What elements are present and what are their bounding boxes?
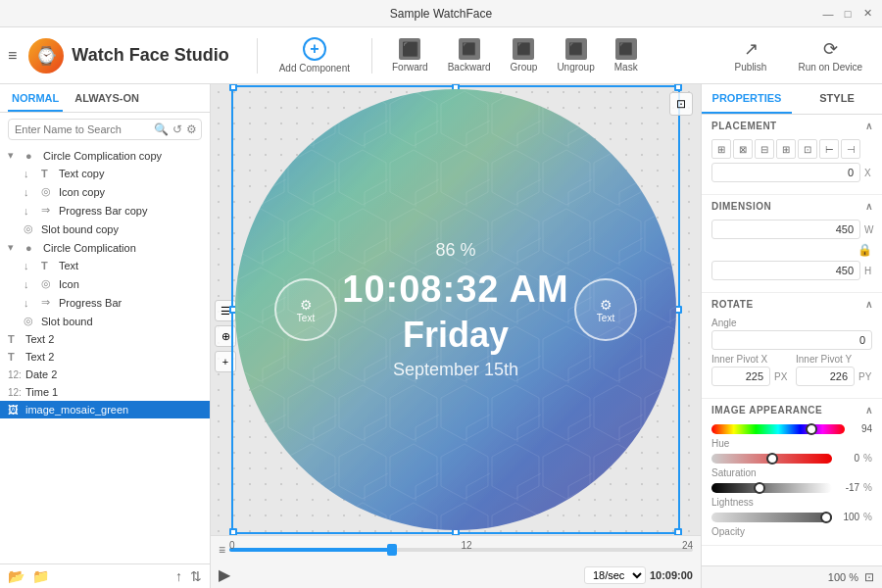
hue-slider-wrap — [711, 424, 845, 434]
hamburger-menu[interactable]: ≡ — [8, 47, 17, 65]
layer-text[interactable]: ↓ T Text — [0, 257, 210, 274]
properties-tabs: PROPERTIES STYLE — [702, 84, 882, 115]
layer-progress-bar[interactable]: ↓ ⇒ Progress Bar — [0, 293, 210, 312]
align-right-icon[interactable]: ⊟ — [755, 139, 774, 159]
layer-slot-copy[interactable]: ◎ Slot bound copy — [0, 220, 210, 238]
placement-x-input[interactable] — [711, 163, 860, 182]
group-label: Group — [511, 62, 538, 73]
hue-thumb[interactable] — [806, 423, 817, 435]
folder-open-button[interactable]: 📂 — [8, 568, 24, 584]
layer-icon[interactable]: ↓ ◎ Icon — [0, 274, 210, 293]
dimension-w-input[interactable] — [711, 220, 860, 239]
align-center-h-icon[interactable]: ⊠ — [733, 139, 753, 159]
layer-label: Icon — [59, 278, 79, 290]
publish-button[interactable]: ↗ Publish — [723, 34, 779, 76]
layer-circle-comp-copy[interactable]: ▾ ● Circle Complication copy — [0, 146, 210, 165]
canvas-scroll-area[interactable]: 86 % 10:08:32 AM Friday September 15th ⚙… — [211, 84, 701, 535]
layer-icon-copy[interactable]: ↓ ◎ Icon copy — [0, 182, 210, 201]
settings-icon[interactable]: ⚙ — [186, 122, 197, 136]
watch-date: September 15th — [393, 360, 518, 380]
timeline-thumb[interactable] — [387, 544, 397, 556]
maximize-button[interactable]: □ — [841, 7, 855, 21]
circle-type-icon: ◎ — [41, 277, 55, 290]
layer-circle-comp[interactable]: ▾ ● Circle Complication — [0, 238, 210, 257]
tab-always-on[interactable]: ALWAYS-ON — [71, 88, 143, 112]
canvas-right-tools: ⊡ — [669, 92, 693, 116]
layer-progress-copy[interactable]: ↓ ⇒ Progress Bar copy — [0, 201, 210, 220]
saturation-track[interactable] — [711, 454, 832, 464]
folder-closed-button[interactable]: 📁 — [32, 568, 49, 584]
dimension-chevron[interactable]: ∧ — [865, 201, 873, 212]
dimension-h-input[interactable] — [711, 261, 860, 280]
search-input[interactable] — [15, 123, 150, 135]
watch-container: 86 % 10:08:32 AM Friday September 15th ⚙… — [235, 89, 676, 530]
angle-input[interactable] — [711, 330, 872, 350]
minimize-button[interactable]: — — [821, 7, 835, 21]
layer-time1[interactable]: 12: Time 1 — [0, 383, 210, 401]
app-logo: ⌚ Watch Face Studio — [28, 38, 228, 74]
lock-icon[interactable]: 🔒 — [858, 243, 872, 257]
search-icon[interactable]: 🔍 — [154, 122, 169, 136]
upload-button[interactable]: ↑ — [175, 568, 182, 584]
rotate-chevron[interactable]: ∧ — [865, 299, 873, 310]
ungroup-button[interactable]: ⬛ Ungroup — [549, 34, 602, 76]
layer-label: Text — [59, 260, 78, 271]
align-left-icon[interactable]: ⊞ — [711, 139, 731, 159]
group-button[interactable]: ⬛ Group — [503, 34, 546, 76]
forward-button[interactable]: ⬛ Forward — [384, 34, 436, 76]
comp-left-icon: ⚙ — [300, 297, 313, 313]
tab-properties[interactable]: PROPERTIES — [702, 84, 792, 114]
sat-thumb[interactable] — [766, 453, 778, 465]
text-type-icon: T — [8, 333, 22, 345]
zoom-expand-icon[interactable]: ⊡ — [864, 570, 874, 584]
alignment-icons: ⊞ ⊠ ⊟ ⊞ ⊡ ⊢ ⊣ — [711, 139, 872, 159]
tab-style[interactable]: STYLE — [792, 84, 882, 114]
placement-chevron[interactable]: ∧ — [865, 121, 873, 131]
layer-text-copy[interactable]: ↓ T Text copy — [0, 165, 210, 182]
filter-button[interactable]: ⇅ — [190, 568, 202, 584]
pivot-x-group: Inner Pivot X PX — [711, 354, 788, 390]
pivot-y-input[interactable] — [796, 367, 855, 386]
lightness-track[interactable] — [711, 483, 832, 493]
layer-text2a[interactable]: T Text 2 — [0, 330, 210, 348]
play-button[interactable]: ▶ — [219, 565, 230, 584]
fps-select[interactable]: 18/sec — [584, 566, 646, 584]
add-component-button[interactable]: + Add Component — [270, 33, 360, 77]
timeline-expand-icon[interactable]: ≡ — [219, 543, 225, 557]
layer-image-mosaic[interactable]: 🖼 image_mosaic_green — [0, 401, 210, 418]
run-on-device-button[interactable]: ⟳ Run on Device — [786, 34, 874, 76]
tick-24: 24 — [682, 540, 693, 551]
watch-face: 86 % 10:08:32 AM Friday September 15th ⚙… — [235, 89, 676, 530]
layer-slot-bound[interactable]: ◎ Slot bound — [0, 312, 210, 330]
dimension-h-row: H — [711, 261, 872, 280]
hue-track[interactable] — [711, 424, 845, 434]
refresh-icon[interactable]: ↺ — [172, 122, 182, 136]
tab-normal[interactable]: NORMAL — [8, 88, 63, 112]
backward-icon: ⬛ — [459, 38, 480, 60]
distribute-icon[interactable]: ⊣ — [841, 139, 860, 159]
logo-text: Watch Face Studio — [72, 45, 228, 66]
mask-button[interactable]: ⬛ Mask — [607, 34, 646, 76]
hue-label: Hue — [711, 438, 872, 449]
comp-slot-right[interactable]: ⚙ Text — [574, 278, 637, 341]
right-panel: PROPERTIES STYLE PLACEMENT ∧ ⊞ ⊠ ⊟ ⊞ ⊡ ⊢… — [701, 84, 882, 588]
opacity-track[interactable] — [711, 513, 832, 522]
canvas-fit-button[interactable]: ⊡ — [669, 92, 693, 116]
backward-button[interactable]: ⬛ Backward — [440, 34, 499, 76]
opacity-thumb[interactable] — [820, 512, 832, 523]
image-type-icon: 🖼 — [8, 404, 22, 416]
search-bar: 🔍 ↺ ⚙ — [8, 119, 202, 140]
align-center-v-icon[interactable]: ⊡ — [798, 139, 817, 159]
light-thumb[interactable] — [754, 482, 765, 494]
pivot-x-input[interactable] — [711, 367, 770, 386]
layer-date2[interactable]: 12: Date 2 — [0, 366, 210, 383]
align-bottom-icon[interactable]: ⊢ — [819, 139, 839, 159]
h-label: H — [864, 266, 878, 276]
layer-text2b[interactable]: T Text 2 — [0, 348, 210, 366]
comp-slot-left[interactable]: ⚙ Text — [274, 278, 337, 341]
comp-left-label: Text — [297, 313, 315, 323]
close-button[interactable]: ✕ — [860, 7, 874, 21]
timeline-ruler: ≡ 0 12 24 — [211, 536, 701, 564]
align-top-icon[interactable]: ⊞ — [776, 139, 796, 159]
image-appearance-chevron[interactable]: ∧ — [865, 405, 873, 416]
